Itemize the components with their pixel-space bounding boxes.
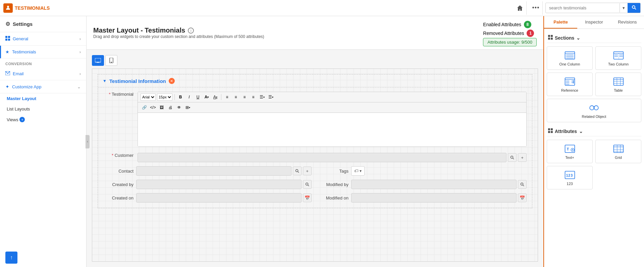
table-button[interactable]: ⊞▾ [184, 104, 192, 111]
modified-by-field: Modified by [318, 180, 527, 189]
created-on-input[interactable] [136, 193, 302, 203]
sidebar: ⚙ Settings General › ★ Testimonials › [0, 16, 87, 267]
palette-reference[interactable]: Reference [547, 73, 593, 96]
align-justify-button[interactable]: ≡ [250, 93, 257, 101]
underline-button[interactable]: U [194, 93, 202, 101]
customer-label: Customer [103, 153, 133, 158]
tab-palette[interactable]: Palette [544, 16, 577, 29]
modified-by-label: Modified by [318, 182, 348, 187]
align-left-button[interactable]: ≡ [223, 93, 231, 101]
palette-text-plus[interactable]: T Text+ [547, 140, 593, 163]
testimonial-form-row: Testimonial Arial 15px [103, 92, 527, 147]
palette-related-object[interactable]: Related Object [547, 99, 641, 122]
rich-toolbar-row2: 🔗 </> 🖼 🖨 👁 ⊞▾ [138, 102, 526, 113]
info-icon[interactable]: i [188, 28, 194, 34]
font-size-select[interactable]: 15px [157, 93, 172, 101]
modified-by-search-button[interactable] [518, 180, 527, 189]
section-block: ▼ Testimonial Information ✕ Testimonial … [98, 74, 532, 208]
attributes-expand-icon: ⌄ [579, 129, 583, 134]
section-close-button[interactable]: ✕ [169, 78, 175, 84]
customer-search-button[interactable] [508, 153, 517, 162]
removed-attributes-label: Removed Attributes [483, 31, 524, 36]
sections-expand-icon: ⌄ [576, 35, 580, 41]
created-by-input[interactable] [136, 180, 302, 189]
svg-rect-41 [566, 84, 569, 85]
attributes-header: Attributes ⌄ [547, 126, 641, 136]
search-submit-button[interactable] [628, 3, 640, 13]
svg-rect-36 [619, 56, 623, 57]
modified-by-input[interactable] [351, 180, 517, 189]
search-input[interactable] [546, 3, 620, 12]
tags-dropdown-button[interactable]: 🏷 ▾ [351, 166, 365, 176]
list-ordered-button[interactable]: ☰▾ [267, 93, 274, 101]
app-logo: TESTIMONIALS [3, 3, 50, 13]
svg-rect-5 [5, 39, 7, 41]
contact-tags-row-container: Contact + [98, 164, 532, 178]
search-dropdown-button[interactable]: ▾ [620, 3, 628, 12]
svg-line-14 [513, 158, 514, 159]
testimonials-icon: ★ [5, 49, 9, 54]
created-on-label: Created on [103, 195, 133, 201]
bold-button[interactable]: B [177, 93, 184, 101]
svg-text:T: T [567, 147, 569, 151]
tab-inspector[interactable]: Inspector [577, 16, 610, 29]
palette-one-column[interactable]: One Column [547, 46, 593, 70]
main-layout: ⚙ Settings General › ★ Testimonials › [0, 16, 644, 267]
contact-search-button[interactable] [293, 167, 302, 175]
contact-add-button[interactable]: + [303, 167, 312, 175]
font-family-select[interactable]: Arial [141, 93, 156, 101]
modified-on-input[interactable] [351, 193, 517, 203]
customer-input[interactable] [138, 153, 506, 162]
conversion-section-label: Conversion [0, 58, 86, 67]
italic-button[interactable]: I [185, 93, 193, 101]
code-button[interactable]: </> [149, 104, 157, 111]
palette-table[interactable]: Table [595, 73, 641, 96]
sidebar-item-testimonials[interactable]: ★ Testimonials › [0, 46, 86, 58]
sidebar-sub-views[interactable]: Views + [0, 114, 86, 125]
list-unordered-button[interactable]: ☰▾ [258, 93, 266, 101]
contact-input[interactable] [136, 166, 291, 176]
print-button[interactable]: 🖨 [167, 104, 174, 111]
align-center-button[interactable]: ≡ [232, 93, 239, 101]
svg-rect-39 [566, 81, 569, 82]
customer-add-button[interactable]: + [518, 153, 527, 162]
scroll-top-button[interactable]: ↑ [5, 252, 17, 264]
modified-on-calendar-button[interactable]: 📅 [518, 193, 527, 202]
link-button[interactable]: 🔗 [141, 104, 148, 111]
palette-number[interactable]: 1 2 3 123 [547, 166, 593, 189]
created-modified-row-container: Created by [98, 178, 532, 191]
sidebar-collapse-button[interactable]: ‹ [86, 135, 90, 148]
sidebar-item-customize[interactable]: ✦ Customize App ⌄ [0, 80, 86, 93]
palette-two-column[interactable]: Two Column [595, 46, 641, 70]
more-options-button[interactable]: ••• [529, 1, 543, 15]
image-button[interactable]: 🖼 [158, 104, 165, 111]
bg-color-button[interactable]: A▾ [212, 93, 219, 101]
sidebar-item-general[interactable]: General › [0, 32, 86, 46]
sidebar-settings-header: ⚙ Settings [0, 16, 86, 32]
svg-rect-29 [566, 57, 573, 58]
sidebar-sub-list-layouts[interactable]: List Layouts [0, 104, 86, 114]
mobile-view-button[interactable] [105, 55, 117, 66]
font-color-button[interactable]: A▾ [203, 93, 210, 101]
views-plus-icon[interactable]: + [19, 117, 25, 122]
customize-label: Customize App [12, 84, 41, 89]
home-button[interactable] [513, 1, 527, 15]
grid-label: Grid [615, 155, 622, 160]
content-header: Master Layout - Testimonials i Drag and … [87, 16, 543, 50]
sidebar-item-email[interactable]: Email › [0, 67, 86, 80]
view-toggle-group [92, 55, 538, 66]
table-label: Table [614, 88, 623, 92]
desktop-view-button[interactable] [92, 55, 104, 66]
created-on-calendar-button[interactable]: 📅 [303, 193, 312, 202]
align-right-button[interactable]: ≡ [241, 93, 248, 101]
section-collapse-icon[interactable]: ▼ [103, 79, 107, 83]
panel-tabs: Palette Inspector Revisions [544, 16, 644, 29]
created-by-search-button[interactable] [303, 180, 312, 189]
sidebar-sub-master-layout[interactable]: Master Layout [0, 93, 86, 104]
settings-label: Settings [13, 21, 33, 27]
palette-grid[interactable]: Grid [595, 140, 641, 163]
tab-revisions[interactable]: Revisions [611, 16, 644, 29]
gear-icon: ⚙ [5, 21, 10, 27]
testimonial-editor-body[interactable] [138, 113, 526, 146]
preview-button[interactable]: 👁 [175, 104, 183, 111]
